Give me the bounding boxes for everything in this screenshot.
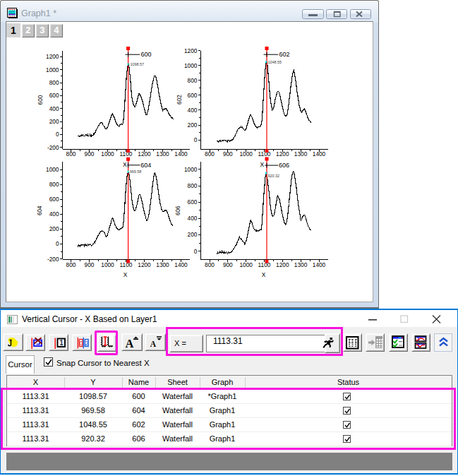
svg-text:X: X (262, 271, 266, 278)
svg-text:1300: 1300 (294, 150, 308, 157)
svg-text:X: X (123, 271, 128, 278)
svg-text:600: 600 (49, 92, 59, 99)
svg-text:900: 900 (85, 261, 95, 268)
svg-text:900: 900 (223, 150, 233, 157)
svg-text:1100: 1100 (258, 261, 271, 268)
svg-text:600: 600 (49, 196, 59, 203)
svg-text:800: 800 (49, 79, 59, 86)
svg-text:400: 400 (188, 107, 198, 114)
svg-text:400: 400 (49, 210, 59, 218)
svg-text:X: X (123, 161, 127, 168)
svg-text:600: 600 (37, 95, 44, 105)
svg-text:800: 800 (66, 261, 76, 268)
svg-text:920.32: 920.32 (267, 174, 279, 178)
svg-text:2: 2 (85, 340, 88, 347)
svg-text:X: X (260, 161, 264, 168)
svg-text:1098.57: 1098.57 (131, 62, 145, 66)
svg-text:400: 400 (49, 105, 59, 112)
svg-text:602: 602 (176, 95, 183, 105)
svg-text:1300: 1300 (156, 150, 169, 157)
svg-text:0: 0 (194, 248, 198, 255)
svg-text:0: 0 (56, 240, 59, 247)
svg-text:1: 1 (59, 339, 64, 347)
svg-text:900: 900 (223, 261, 233, 268)
svg-text:400: 400 (188, 215, 198, 222)
svg-text:1000: 1000 (101, 150, 114, 157)
svg-text:0: 0 (56, 131, 59, 138)
svg-text:1000: 1000 (101, 261, 114, 268)
svg-text:1000: 1000 (184, 62, 198, 69)
svg-text:606: 606 (279, 162, 289, 169)
svg-text:1100: 1100 (258, 150, 271, 157)
svg-text:1200: 1200 (184, 47, 198, 54)
svg-text:1048.55: 1048.55 (268, 60, 282, 64)
svg-text:1400: 1400 (174, 150, 188, 157)
svg-text:969.58: 969.58 (130, 169, 142, 174)
svg-text:800: 800 (188, 182, 198, 189)
svg-text:602: 602 (279, 51, 290, 58)
svg-text:800: 800 (188, 77, 198, 84)
svg-text:800: 800 (66, 150, 76, 157)
svg-text:606: 606 (175, 206, 182, 215)
svg-text:600: 600 (188, 198, 198, 206)
svg-text:1000: 1000 (46, 66, 59, 73)
svg-text:1400: 1400 (174, 261, 188, 268)
svg-text:800: 800 (49, 181, 59, 188)
svg-text:604: 604 (37, 206, 44, 215)
svg-text:1200: 1200 (276, 261, 289, 268)
svg-text:600: 600 (188, 92, 198, 99)
svg-text:1000: 1000 (46, 166, 59, 173)
svg-text:1100: 1100 (120, 150, 133, 157)
svg-text:0: 0 (194, 136, 198, 143)
svg-text:1400: 1400 (313, 261, 326, 268)
svg-text:200: 200 (188, 231, 198, 238)
svg-text:800: 800 (205, 261, 215, 268)
svg-text:200: 200 (188, 121, 198, 129)
svg-text:600: 600 (141, 51, 152, 58)
svg-text:900: 900 (85, 150, 95, 157)
svg-text:-200: -200 (47, 144, 59, 151)
svg-text:0: 0 (79, 340, 83, 347)
svg-text:1200: 1200 (46, 53, 59, 60)
svg-text:1100: 1100 (120, 261, 133, 268)
svg-text:1000: 1000 (184, 166, 198, 173)
svg-text:A: A (126, 337, 134, 350)
svg-text:1200: 1200 (138, 261, 151, 268)
svg-text:1300: 1300 (156, 261, 169, 268)
svg-text:1000: 1000 (239, 261, 253, 268)
svg-text:1400: 1400 (313, 150, 326, 157)
svg-text:200: 200 (49, 225, 59, 232)
svg-text:200: 200 (49, 118, 59, 125)
svg-text:1200: 1200 (276, 150, 289, 157)
svg-text:1300: 1300 (294, 261, 308, 268)
svg-text:604: 604 (140, 162, 151, 169)
svg-text:A: A (150, 340, 157, 348)
svg-text:800: 800 (205, 150, 215, 157)
svg-text:1200: 1200 (138, 150, 151, 157)
svg-text:1000: 1000 (239, 150, 253, 157)
svg-text:-200: -200 (47, 256, 59, 263)
